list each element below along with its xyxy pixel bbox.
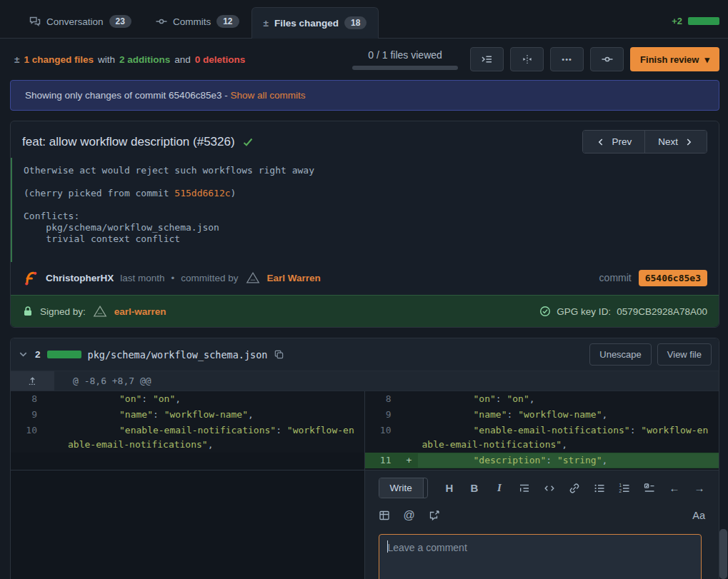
preview-tab[interactable]: Preview — [423, 478, 428, 498]
scrollbar-thumb[interactable] — [719, 529, 727, 579]
commit-hash-badge[interactable]: 65406c85e3 — [639, 270, 707, 286]
line-number: 11 — [365, 453, 401, 468]
author-avatar[interactable] — [22, 269, 39, 286]
file-tree-icon — [481, 54, 493, 65]
finish-review-button[interactable]: Finish review ▾ — [630, 47, 719, 71]
commit-select-button[interactable] — [590, 47, 624, 71]
signer-name[interactable]: earl-warren — [114, 306, 166, 317]
diff-row[interactable]: 9 "name": "workflow-name", — [365, 407, 719, 423]
diff-icon: ± — [264, 18, 269, 29]
diff-new-column: 8 "on": "on", 9 "name": "workflow-name",… — [365, 391, 719, 470]
text-size-toggle-icon[interactable]: Aa — [692, 510, 705, 521]
commit-summary-box: feat: allow workflow description (#5326)… — [10, 121, 719, 328]
changed-files-link[interactable]: 1 changed files — [24, 54, 94, 65]
diff-row[interactable]: 8 "on": "on", — [11, 391, 364, 407]
write-tab[interactable]: Write — [379, 478, 423, 498]
file-tree-toggle-button[interactable] — [470, 47, 504, 71]
heading-icon[interactable]: H — [444, 482, 455, 494]
commit-body-line: trivial context conflict — [24, 233, 707, 245]
deletions-text: 0 deletions — [195, 54, 246, 65]
code-line: "enable-email-notifications": "workflow-… — [64, 423, 364, 452]
commit-body-line: (cherry picked from commit 515dd6612c) — [24, 188, 707, 199]
next-commit-button[interactable]: Next — [644, 131, 707, 153]
pr-tab-bar: Conversation 23 Commits 12 ± Files chang… — [0, 0, 728, 39]
line-number: 8 — [365, 392, 401, 406]
diff-row[interactable]: 9 "name": "workflow-name", — [11, 407, 364, 423]
tab-conversation[interactable]: Conversation 23 — [17, 6, 144, 38]
file-diff-header: 2 pkg/schema/workflow_schema.json Unesca… — [11, 338, 719, 371]
ellipsis-icon: ••• — [562, 55, 572, 64]
quote-icon[interactable] — [519, 483, 530, 494]
tab-commits[interactable]: Commits 12 — [144, 6, 251, 38]
italic-icon[interactable]: I — [494, 482, 505, 494]
split-view-toggle-button[interactable] — [510, 47, 544, 71]
dropdown-caret-icon: ▾ — [704, 54, 709, 65]
hunk-header-text: @ -8,6 +8,7 @@ — [54, 371, 719, 391]
gpg-key-label: GPG key ID: — [557, 306, 611, 317]
bold-icon[interactable]: B — [469, 482, 480, 494]
code-line: "on": "on", — [418, 392, 719, 406]
reference-icon[interactable] — [429, 510, 440, 521]
committer-avatar[interactable] — [245, 270, 261, 286]
unescape-button[interactable]: Unescape — [589, 343, 652, 366]
commit-icon — [602, 54, 613, 65]
hunk-header-row: @ -8,6 +8,7 @@ — [11, 371, 719, 391]
tab-conversation-label: Conversation — [46, 16, 104, 27]
tab-files-changed-count: 18 — [344, 16, 367, 29]
commit-author-name[interactable]: ChristopherHX — [46, 273, 114, 283]
summary-text-with: with — [98, 54, 115, 65]
next-commit-label: Next — [658, 136, 678, 147]
chevron-left-icon — [596, 137, 606, 147]
code-line: "on": "on", — [64, 392, 364, 406]
view-file-button[interactable]: View file — [657, 343, 712, 366]
pr-diff-stat: +2 — [672, 16, 719, 38]
additions-count: +2 — [672, 16, 682, 26]
comment-editor: Write Preview H B I — [365, 470, 719, 579]
outdent-icon[interactable]: ← — [669, 482, 680, 494]
expand-up-button[interactable] — [11, 371, 54, 391]
committer-name[interactable]: Earl Warren — [267, 273, 321, 283]
svg-text:1: 1 — [619, 483, 622, 488]
mention-icon[interactable]: @ — [404, 509, 415, 522]
link-icon[interactable] — [569, 483, 580, 494]
show-all-commits-link[interactable]: Show all commits — [230, 90, 305, 101]
line-number: 10 — [365, 423, 401, 452]
copy-path-icon[interactable] — [274, 349, 284, 360]
finish-review-label: Finish review — [640, 54, 699, 65]
file-diff-box: 2 pkg/schema/workflow_schema.json Unesca… — [10, 338, 719, 579]
diff-options-button[interactable]: ••• — [550, 47, 584, 71]
bullet-list-icon[interactable] — [594, 483, 605, 494]
files-viewed-bar — [352, 66, 458, 70]
diff-summary: ± 1 changed files with 2 additions and 0… — [14, 54, 245, 65]
diff-row[interactable]: 10 "enable-email-notifications": "workfl… — [11, 423, 364, 453]
diff-row[interactable]: 10 "enable-email-notifications": "workfl… — [365, 423, 719, 453]
task-list-icon[interactable] — [644, 483, 655, 494]
commit-time: last month — [120, 273, 164, 283]
table-icon[interactable] — [379, 510, 390, 521]
indent-icon[interactable]: → — [694, 482, 705, 494]
lock-icon — [22, 306, 34, 317]
code-icon[interactable] — [544, 483, 555, 494]
summary-text-and: and — [174, 54, 191, 65]
commit-icon — [156, 16, 167, 27]
split-view-icon — [522, 54, 533, 65]
diff-row[interactable]: 8 "on": "on", — [365, 391, 719, 407]
diff-added-row[interactable]: 11+ "description": "string", — [365, 453, 719, 468]
diff-split-view: 8 "on": "on", 9 "name": "workflow-name",… — [11, 391, 719, 470]
line-number: 8 — [11, 392, 46, 406]
signer-avatar[interactable] — [92, 303, 108, 319]
line-number: 10 — [11, 423, 46, 452]
commit-body-line: Otherwise act would reject such workflow… — [24, 165, 707, 176]
numbered-list-icon[interactable]: 1 2 — [619, 483, 630, 494]
tab-commits-label: Commits — [173, 16, 211, 27]
commit-body-line: Conflicts: — [24, 211, 707, 222]
code-line: "description": "string", — [418, 453, 719, 468]
tab-files-changed[interactable]: ± Files changed 18 — [251, 7, 379, 39]
comment-input[interactable] — [379, 534, 702, 579]
text-cursor — [387, 540, 388, 553]
file-change-count: 2 — [35, 349, 41, 360]
file-name[interactable]: pkg/schema/workflow_schema.json — [88, 349, 268, 361]
prev-commit-button[interactable]: Prev — [583, 131, 644, 153]
cherry-pick-hash-link[interactable]: 515dd6612c — [174, 188, 230, 198]
collapse-chevron-icon[interactable] — [18, 349, 29, 360]
